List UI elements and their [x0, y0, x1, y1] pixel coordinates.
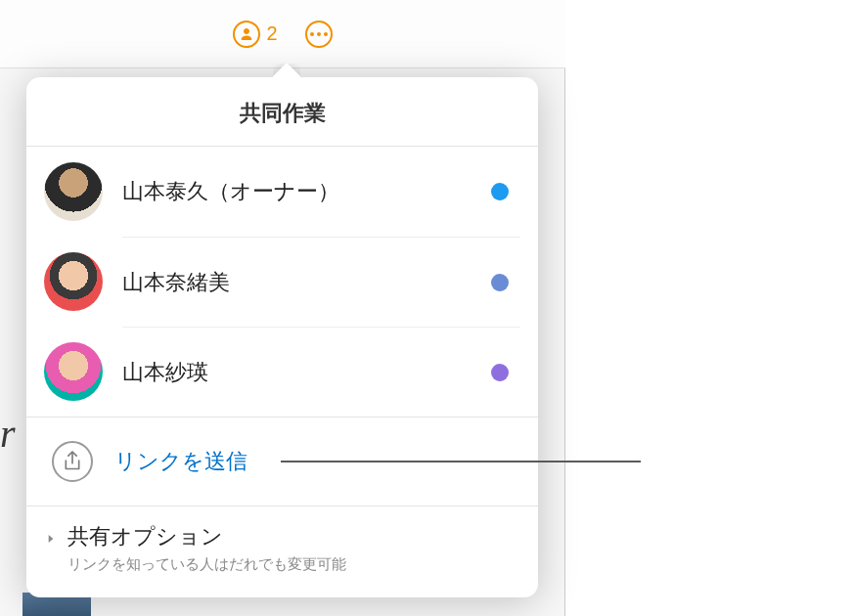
- share-options-row[interactable]: 共有オプション リンクを知っている人はだれでも変更可能: [26, 506, 538, 597]
- participant-row[interactable]: 山本奈緒美: [26, 237, 538, 327]
- share-icon: [52, 441, 93, 482]
- presence-dot: [491, 274, 509, 291]
- collaboration-button[interactable]: 2: [233, 21, 277, 48]
- share-options-subtitle: リンクを知っている人はだれでも変更可能: [67, 555, 346, 574]
- ellipsis-icon: [305, 21, 333, 48]
- participant-name: 山本奈緒美: [122, 268, 491, 297]
- inspector-panel: [565, 0, 854, 616]
- collaboration-popover: 共同作業 山本泰久（オーナー） 山本奈緒美 山本紗瑛: [26, 77, 538, 597]
- avatar: [44, 252, 103, 311]
- more-button[interactable]: [305, 21, 333, 48]
- send-link-label: リンクを送信: [114, 447, 247, 476]
- presence-dot: [491, 183, 509, 200]
- avatar: [44, 162, 103, 221]
- participant-name: 山本紗瑛: [122, 358, 491, 387]
- collaborator-count: 2: [266, 22, 277, 45]
- chevron-right-icon: [44, 532, 58, 546]
- participants-list: 山本泰久（オーナー） 山本奈緒美 山本紗瑛: [26, 147, 538, 417]
- avatar: [44, 342, 103, 401]
- popover-title: 共同作業: [26, 77, 538, 147]
- presence-dot: [491, 364, 509, 381]
- participant-name: 山本泰久（オーナー）: [122, 177, 491, 206]
- callout-line: [281, 461, 641, 462]
- document-text-fragment: r: [0, 411, 22, 457]
- participant-row[interactable]: 山本紗瑛: [26, 327, 538, 417]
- toolbar: 2: [0, 0, 565, 68]
- participant-row[interactable]: 山本泰久（オーナー）: [26, 147, 538, 237]
- share-options-title: 共有オプション: [67, 522, 346, 551]
- popover-arrow: [273, 64, 300, 77]
- collaboration-icon: [233, 21, 260, 48]
